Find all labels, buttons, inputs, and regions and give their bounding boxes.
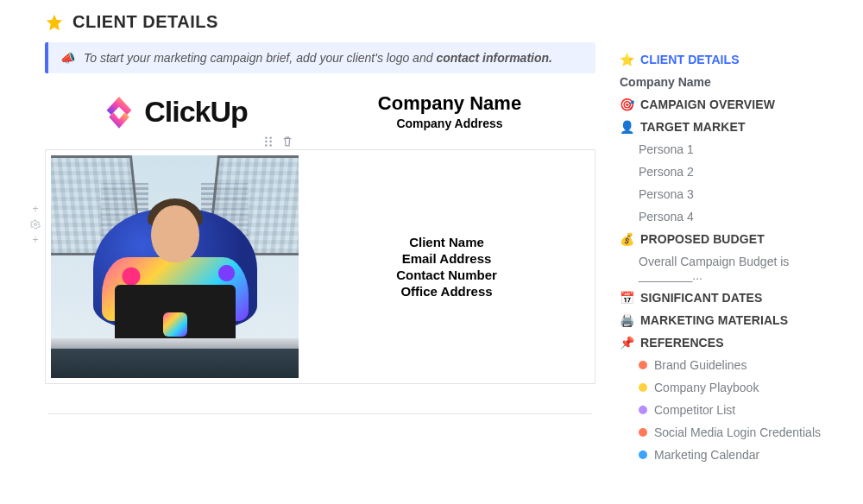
- svg-point-1: [269, 136, 271, 138]
- outline-reference-item[interactable]: Brand Guidelines: [616, 354, 844, 376]
- outline-item[interactable]: 💰PROPOSED BUDGET: [616, 228, 844, 250]
- company-block: ClickUp Company Name Company Address: [45, 92, 595, 130]
- outline-sub-item[interactable]: Persona 2: [616, 161, 844, 183]
- outline-reference-label: Competitor List: [654, 403, 735, 417]
- color-dot-icon: [639, 383, 647, 392]
- block-gutter: + +: [30, 204, 41, 245]
- outline-item-label: CLIENT DETAILS: [640, 53, 740, 66]
- block-toolbar: [45, 135, 595, 148]
- outline-item[interactable]: ⭐CLIENT DETAILS: [616, 48, 844, 71]
- company-address: Company Address: [304, 117, 595, 130]
- outline-item[interactable]: 🖨️MARKETING MATERIALS: [616, 309, 844, 331]
- drag-handle-icon[interactable]: [262, 135, 274, 148]
- outline-sub-item[interactable]: Overall Campaign Budget is ________...: [616, 250, 844, 287]
- outline-item[interactable]: 📅SIGNIFICANT DATES: [616, 287, 844, 309]
- page-heading: CLIENT DETAILS: [45, 12, 595, 32]
- outline-reference-label: Social Media Login Credentials: [654, 425, 821, 439]
- outline-sub-item[interactable]: Persona 1: [616, 138, 844, 161]
- outline-sub-item[interactable]: Persona 4: [616, 205, 844, 228]
- client-name: Client Name: [409, 235, 484, 249]
- star-icon: [45, 13, 64, 32]
- outline-item-label: REFERENCES: [640, 336, 724, 350]
- client-office: Office Address: [400, 284, 492, 299]
- outline-item-label: CAMPAIGN OVERVIEW: [640, 98, 775, 111]
- color-dot-icon: [639, 428, 647, 437]
- client-phone: Contact Number: [396, 268, 497, 282]
- company-name: Company Name: [304, 92, 595, 115]
- megaphone-icon: 📣: [60, 51, 75, 65]
- outline-reference-label: Company Playbook: [654, 381, 759, 394]
- outline-item-label: SIGNIFICANT DATES: [640, 291, 762, 305]
- clickup-mark-icon: [101, 93, 137, 129]
- color-dot-icon: [639, 450, 647, 459]
- outline-item-icon: 👤: [620, 120, 633, 134]
- outline-item[interactable]: 📌REFERENCES: [616, 331, 844, 354]
- outline-item-icon: 🎯: [620, 98, 633, 111]
- client-photo: [51, 155, 299, 378]
- client-email: Email Address: [402, 251, 492, 266]
- svg-point-4: [265, 144, 267, 146]
- svg-point-6: [35, 224, 37, 226]
- outline-item-icon: 📌: [620, 336, 633, 350]
- outline-item-icon: 💰: [620, 232, 633, 246]
- section-divider: [48, 413, 592, 414]
- svg-point-3: [269, 141, 271, 142]
- company-logo: ClickUp: [45, 93, 304, 129]
- outline-item-label: TARGET MARKET: [640, 120, 746, 134]
- document-outline: ⭐CLIENT DETAILSCompany Name🎯CAMPAIGN OVE…: [616, 48, 844, 466]
- outline-reference-label: Brand Guidelines: [654, 358, 746, 372]
- outline-item-label: PROPOSED BUDGET: [640, 232, 765, 246]
- client-block[interactable]: Client Name Email Address Contact Number…: [45, 149, 595, 384]
- svg-point-2: [265, 141, 267, 142]
- laptop-sticker-icon: [163, 312, 187, 337]
- tip-text: To start your marketing campaign brief, …: [84, 51, 552, 65]
- outline-item[interactable]: 🎯CAMPAIGN OVERVIEW: [616, 93, 844, 116]
- outline-reference-label: Marketing Calendar: [654, 448, 759, 462]
- outline-plain-item[interactable]: Company Name: [616, 71, 844, 93]
- page-title: CLIENT DETAILS: [72, 12, 218, 32]
- company-logo-word: ClickUp: [144, 95, 248, 129]
- add-block-icon-2[interactable]: +: [30, 235, 41, 245]
- outline-reference-item[interactable]: Competitor List: [616, 399, 844, 421]
- block-settings-icon[interactable]: [30, 219, 41, 230]
- add-block-icon[interactable]: +: [30, 204, 41, 214]
- outline-item-icon: ⭐: [620, 53, 633, 66]
- color-dot-icon: [639, 361, 647, 369]
- outline-reference-item[interactable]: Marketing Calendar: [616, 444, 844, 466]
- outline-reference-item[interactable]: Social Media Login Credentials: [616, 421, 844, 444]
- outline-sub-item[interactable]: Persona 3: [616, 183, 844, 205]
- outline-item-label: MARKETING MATERIALS: [640, 313, 788, 327]
- svg-point-0: [265, 136, 267, 138]
- outline-item[interactable]: 👤TARGET MARKET: [616, 116, 844, 138]
- color-dot-icon: [639, 406, 647, 414]
- trash-icon[interactable]: [281, 135, 293, 148]
- tip-banner: 📣 To start your marketing campaign brief…: [45, 42, 595, 73]
- svg-point-5: [269, 144, 271, 146]
- outline-item-icon: 📅: [620, 291, 633, 305]
- outline-reference-item[interactable]: Company Playbook: [616, 376, 844, 399]
- outline-item-icon: 🖨️: [620, 313, 633, 327]
